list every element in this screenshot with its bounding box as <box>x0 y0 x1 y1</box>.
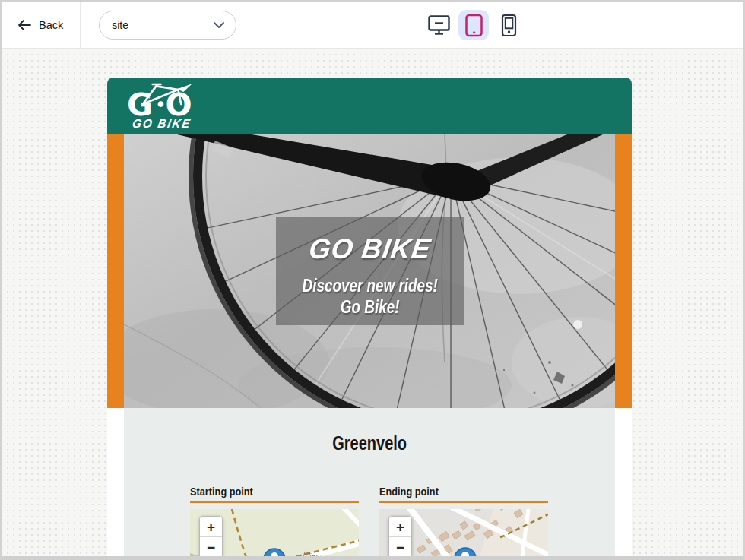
site-body: Greenvelo Starting point <box>107 408 632 560</box>
ending-point-header: Ending point <box>379 485 548 503</box>
ending-point-map[interactable]: Svjuzyna + − <box>379 509 548 560</box>
mobile-preview-button[interactable] <box>493 10 524 40</box>
app-window: Back site <box>0 0 745 560</box>
ending-point-label: Ending point <box>379 485 439 498</box>
site-header: G O GO BIKE <box>107 78 632 134</box>
mobile-icon <box>500 14 518 37</box>
hero-subtitle-line2: Go Bike! <box>341 297 400 317</box>
zoom-out-button[interactable]: − <box>200 537 222 558</box>
hero-image: GO BIKE Discover new rides!Go Bike! <box>124 134 615 408</box>
zoom-in-button[interactable]: + <box>200 517 222 537</box>
hero-title: GO BIKE <box>307 233 433 265</box>
brand-name: GO BIKE <box>132 117 193 131</box>
starting-point-label: Starting point <box>190 485 253 498</box>
toolbar-divider <box>80 2 81 49</box>
ending-point-column: Ending point <box>379 485 548 560</box>
section-heading: Greenvelo <box>124 432 615 454</box>
editor-canvas: G O GO BIKE <box>2 49 743 558</box>
hero-overlay-card: GO BIKE Discover new rides!Go Bike! <box>276 217 464 325</box>
ending-map-zoom-control: + − <box>388 516 412 558</box>
device-preview-switcher <box>423 10 524 40</box>
tablet-icon <box>464 14 483 37</box>
maps-row: Starting point <box>124 485 615 560</box>
route-section: Greenvelo Starting point <box>124 408 615 560</box>
starting-point-column: Starting point <box>190 485 359 560</box>
page-select-value: site <box>112 19 128 31</box>
chevron-down-icon <box>213 21 225 29</box>
hero-subtitle-line1: Discover new rides! <box>302 276 437 296</box>
zoom-out-button[interactable]: − <box>389 537 411 558</box>
hero-section: GO BIKE Discover new rides!Go Bike! <box>107 134 632 408</box>
starting-point-header: Starting point <box>190 485 359 503</box>
top-toolbar: Back site <box>2 2 743 49</box>
site-preview: G O GO BIKE <box>107 78 632 560</box>
desktop-preview-button[interactable] <box>423 10 454 40</box>
zoom-in-button[interactable]: + <box>389 517 411 537</box>
starting-map-zoom-control: + − <box>199 516 223 558</box>
desktop-icon <box>428 15 450 36</box>
hero-subtitle: Discover new rides!Go Bike! <box>302 276 437 318</box>
back-button[interactable]: Back <box>2 19 63 31</box>
tablet-preview-button[interactable] <box>458 10 489 40</box>
place-label: Svjuzyna <box>491 556 526 560</box>
page-select-dropdown[interactable]: site <box>99 11 236 40</box>
bike-logo-icon: G O <box>127 82 197 122</box>
starting-point-map[interactable]: Klinkier + − <box>190 509 359 560</box>
site-logo[interactable]: G O GO BIKE <box>127 82 197 131</box>
back-arrow-icon <box>17 19 32 31</box>
back-label: Back <box>39 19 63 31</box>
